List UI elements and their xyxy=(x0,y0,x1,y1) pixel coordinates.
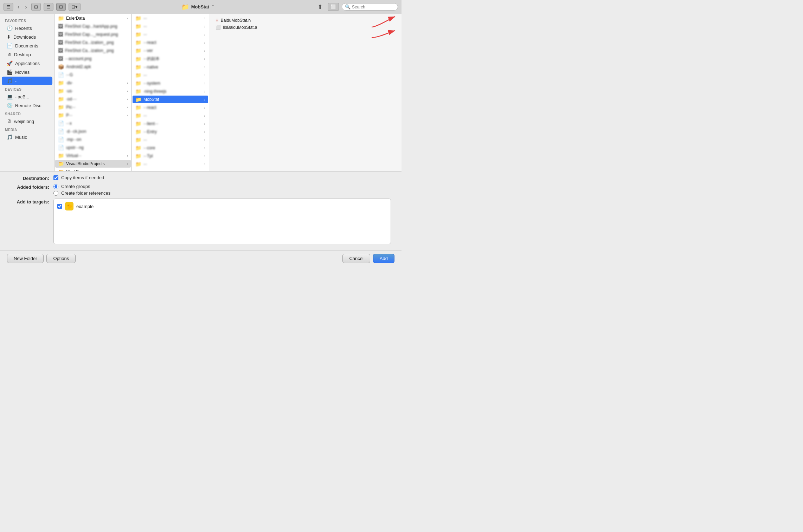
list-item[interactable]: 📁 ·us· › xyxy=(55,87,131,95)
arrow-icon: › xyxy=(204,154,205,158)
list-item[interactable]: 📁 ···ver › xyxy=(133,47,208,54)
list-item[interactable]: 📁 ·ning·threejs › xyxy=(133,87,208,95)
list-item[interactable]: 📁 ··· › xyxy=(133,160,208,168)
arrow-icon: › xyxy=(204,138,205,142)
sidebar-item-applications-label: Applications xyxy=(15,61,40,66)
gallery-view-button[interactable]: ⊟▾ xyxy=(69,3,81,11)
file-name: ···native xyxy=(143,65,202,70)
list-item[interactable]: 📁 ···lient··· › xyxy=(133,120,208,128)
sidebar-item-documents[interactable]: 📄 Documents xyxy=(2,41,52,50)
list-item[interactable]: 📁 ·od···· › xyxy=(55,95,131,103)
folder-icon: 📁 xyxy=(135,72,141,78)
back-button[interactable]: ‹ xyxy=(16,3,21,11)
list-item[interactable]: 📁 VisualStudioProjects › xyxy=(55,160,131,168)
list-item[interactable]: 📄 upstr···ng xyxy=(55,144,131,151)
options-button[interactable]: Options xyxy=(46,254,76,263)
downloads-icon: ⬇ xyxy=(7,34,11,40)
folder-icon: 📁 xyxy=(58,161,64,167)
file-name: ···react xyxy=(143,40,202,45)
folder-icon: 📁 xyxy=(135,121,141,126)
list-item[interactable]: 📁 ···的副本 › xyxy=(133,55,208,63)
cancel-button[interactable]: Cancel xyxy=(342,254,370,263)
search-input[interactable] xyxy=(352,5,395,9)
sidebar-item-remote-disc[interactable]: 💿 Remote Disc xyxy=(2,101,52,110)
list-item-mobstat[interactable]: 📁 MobStat › xyxy=(133,96,208,103)
list-item[interactable]: 📁 ···Tpl › xyxy=(133,152,208,160)
file-name: ···lient··· xyxy=(143,121,202,126)
file-name: ··· xyxy=(143,162,202,167)
search-box: 🔍 xyxy=(342,3,398,11)
list-item[interactable]: 📄 ···x xyxy=(55,119,131,127)
list-item[interactable]: 📁 ··· › xyxy=(133,22,208,30)
file-name: ···core xyxy=(143,145,202,150)
list-item[interactable]: 📁 P··· › xyxy=(55,111,131,119)
list-item[interactable]: 📁 ···system › xyxy=(133,79,208,87)
sidebar-item-mac[interactable]: 💻 ··acB... xyxy=(2,92,52,101)
list-item[interactable]: 📁 ···native › xyxy=(133,63,208,71)
list-item[interactable]: 📄 ···G xyxy=(55,71,131,79)
header-file-icon: H xyxy=(216,18,219,23)
list-item[interactable]: 🖼 ···account.png xyxy=(55,55,131,63)
create-groups-radio[interactable] xyxy=(53,184,58,189)
file-name: P··· xyxy=(66,113,125,118)
new-folder-button[interactable]: New Folder xyxy=(7,254,44,263)
list-item[interactable]: 📁 ··· › xyxy=(133,112,208,119)
sidebar-item-desktop[interactable]: 🖥 Desktop xyxy=(2,50,52,59)
file-name: BaiduMobStat.h xyxy=(221,18,251,23)
list-item[interactable]: 📁 ··· › xyxy=(133,71,208,79)
list-item[interactable]: 🖼 FireShot Cap..._request.png xyxy=(55,31,131,38)
sidebar-item-remote-disc-label: Remote Disc xyxy=(15,103,41,108)
list-item-entry[interactable]: 📁 ···Entry › xyxy=(133,128,208,136)
window-button[interactable]: ⬜ xyxy=(328,3,339,11)
list-item[interactable]: 🖼 FireShot Ca...ization_.png xyxy=(55,47,131,54)
image-icon: 🖼 xyxy=(58,24,63,29)
list-item[interactable]: 📁 ···core › xyxy=(133,144,208,152)
sidebar-item-downloads[interactable]: ⬇ Downloads xyxy=(2,33,52,41)
list-item[interactable]: 🖼 FireShot Cap...hantApp.png xyxy=(55,22,131,30)
file-name: MobStat xyxy=(143,97,202,102)
title-text: MobStat xyxy=(191,4,209,9)
sidebar-item-movies[interactable]: 🎬 Movies xyxy=(2,68,52,76)
sidebar-item-weijinlong[interactable]: 🖥 weijinlong xyxy=(2,117,52,125)
folder-icon: 📁 xyxy=(135,15,141,21)
list-item[interactable]: 📁 ···react › xyxy=(133,39,208,46)
sidebar-item-recents[interactable]: 🕐 Recents xyxy=(2,24,52,32)
list-item[interactable]: 📁 Virtual··· › xyxy=(55,152,131,160)
add-button[interactable]: Add xyxy=(373,254,394,263)
list-item[interactable]: 📁 ··· › xyxy=(133,31,208,38)
arrow-icon: › xyxy=(127,97,128,101)
sidebar-item-active[interactable]: 🎵 ·· xyxy=(2,77,52,85)
list-item[interactable]: 📁 ··· › xyxy=(133,14,208,22)
list-item[interactable]: 📄 ·d···ck.json xyxy=(55,128,131,135)
list-item[interactable]: 📁 ···react › xyxy=(133,104,208,111)
create-refs-radio[interactable] xyxy=(53,191,58,196)
list-item[interactable]: 📦 Android2.apk xyxy=(55,63,131,71)
sidebar-toggle-button[interactable]: ☰ xyxy=(4,3,13,11)
example-target-icon: 🐤 xyxy=(65,202,73,210)
file-name: ·od···· xyxy=(66,97,125,102)
list-item[interactable]: 📄 ·mp···on xyxy=(55,136,131,143)
file-name: FireShot Ca...ization_.png xyxy=(65,48,128,53)
arrow-icon: › xyxy=(204,98,205,102)
mac-icon: 💻 xyxy=(7,94,13,99)
music-icon: 🎵 xyxy=(7,134,13,140)
arrow-icon: › xyxy=(204,73,205,77)
list-item[interactable]: 🖼 FireShot Ca...ization_.png xyxy=(55,39,131,46)
list-item[interactable]: 📁 Pic··· › xyxy=(55,103,131,111)
list-item[interactable]: 📁 WorkDoc › xyxy=(55,168,131,171)
example-target-checkbox[interactable] xyxy=(57,204,62,209)
list-item[interactable]: 📁 ··· › xyxy=(133,136,208,144)
folder-icon: 📁 xyxy=(58,96,64,102)
list-view-button[interactable]: ☰ xyxy=(44,3,53,11)
image-icon: 🖼 xyxy=(58,32,63,37)
icon-view-button[interactable]: ⊞ xyxy=(31,3,41,11)
list-item[interactable]: 📁 ·dv· › xyxy=(55,79,131,87)
forward-button[interactable]: › xyxy=(24,3,28,11)
column-view-button[interactable]: ⊟ xyxy=(56,3,66,11)
sidebar-item-music[interactable]: 🎵 Music xyxy=(2,133,52,141)
share-button[interactable]: ⬆ xyxy=(315,2,325,12)
destination-checkbox[interactable] xyxy=(53,175,58,180)
list-item[interactable]: 📁 EulerData › xyxy=(55,14,131,22)
sidebar-item-applications[interactable]: 🚀 Applications xyxy=(2,59,52,67)
footer-left: New Folder Options xyxy=(7,254,76,263)
